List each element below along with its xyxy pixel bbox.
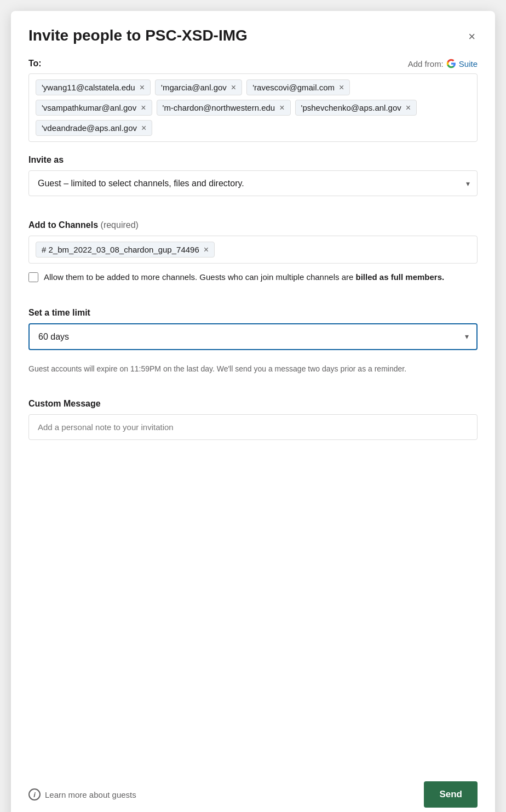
recipient-remove-button[interactable]: × bbox=[231, 83, 236, 92]
invite-as-dropdown-wrapper: Guest – limited to select channels, file… bbox=[28, 170, 478, 196]
allow-more-channels-checkbox[interactable] bbox=[28, 272, 38, 282]
allow-more-channels-text: Allow them to be added to more channels.… bbox=[44, 271, 444, 284]
channel-box[interactable]: # 2_bm_2022_03_08_chardon_gup_74496 × bbox=[28, 236, 478, 264]
recipient-email: 'pshevchenko@aps.anl.gov bbox=[301, 103, 401, 112]
modal-title: Invite people to PSC-XSD-IMG bbox=[28, 26, 248, 45]
add-from-section: Add from: Suite bbox=[408, 58, 478, 69]
time-limit-label: Set a time limit bbox=[28, 308, 478, 318]
invite-as-section: Invite as Guest – limited to select chan… bbox=[28, 155, 478, 209]
channel-chip: # 2_bm_2022_03_08_chardon_gup_74496 × bbox=[36, 242, 215, 258]
expire-note: Guest accounts will expire on 11:59PM on… bbox=[28, 363, 478, 375]
recipient-email: 'm-chardon@northwestern.edu bbox=[163, 103, 275, 112]
time-limit-dropdown-wrapper: No time limit1 day7 days14 days30 days60… bbox=[28, 323, 478, 350]
time-limit-section: Set a time limit No time limit1 day7 day… bbox=[28, 308, 478, 388]
recipient-email: 'ravescovi@gmail.com bbox=[252, 83, 335, 92]
recipient-chip: 'ywang11@calstatela.edu× bbox=[36, 79, 151, 95]
custom-message-label: Custom Message bbox=[28, 399, 478, 409]
send-button[interactable]: Send bbox=[424, 781, 478, 808]
recipient-chip: 'pshevchenko@aps.anl.gov× bbox=[295, 100, 417, 116]
allow-more-channels-row: Allow them to be added to more channels.… bbox=[28, 271, 478, 284]
required-label: (required) bbox=[101, 220, 139, 230]
invite-modal: Invite people to PSC-XSD-IMG × To: Add f… bbox=[11, 11, 495, 812]
recipients-list: 'ywang11@calstatela.edu×'mgarcia@anl.gov… bbox=[36, 79, 470, 136]
to-label: To: bbox=[28, 59, 42, 68]
recipient-remove-button[interactable]: × bbox=[279, 104, 284, 112]
to-row: To: Add from: Suite bbox=[28, 58, 478, 69]
modal-header: Invite people to PSC-XSD-IMG × bbox=[28, 26, 478, 45]
channel-remove-button[interactable]: × bbox=[204, 245, 209, 254]
invite-as-label: Invite as bbox=[28, 155, 478, 165]
recipient-email: 'vsampathkumar@anl.gov bbox=[42, 103, 136, 112]
add-from-link[interactable]: Suite bbox=[459, 59, 478, 68]
custom-message-section: Custom Message bbox=[28, 399, 478, 458]
close-button[interactable]: × bbox=[466, 28, 478, 45]
recipient-chip: 'ravescovi@gmail.com× bbox=[246, 79, 350, 95]
recipient-remove-button[interactable]: × bbox=[140, 83, 145, 92]
modal-footer: i Learn more about guests Send bbox=[28, 773, 478, 808]
recipient-chip: 'mgarcia@anl.gov× bbox=[155, 79, 242, 95]
learn-more-text: Learn more about guests bbox=[45, 790, 136, 799]
time-limit-select[interactable]: No time limit1 day7 days14 days30 days60… bbox=[30, 324, 476, 349]
recipient-email: 'vdeandrade@aps.anl.gov bbox=[42, 123, 137, 133]
add-from-prefix: Add from: bbox=[408, 59, 444, 68]
recipient-email: 'mgarcia@anl.gov bbox=[161, 83, 227, 92]
google-g-icon bbox=[446, 58, 457, 69]
channel-name: # 2_bm_2022_03_08_chardon_gup_74496 bbox=[42, 245, 199, 254]
recipient-chip: 'vdeandrade@aps.anl.gov× bbox=[36, 120, 152, 136]
recipient-remove-button[interactable]: × bbox=[339, 83, 344, 92]
recipient-chip: 'vsampathkumar@anl.gov× bbox=[36, 100, 152, 116]
recipients-box[interactable]: 'ywang11@calstatela.edu×'mgarcia@anl.gov… bbox=[28, 73, 478, 142]
learn-more-link[interactable]: i Learn more about guests bbox=[28, 788, 136, 800]
add-to-channels-label: Add to Channels (required) bbox=[28, 220, 478, 230]
recipient-remove-button[interactable]: × bbox=[406, 104, 411, 112]
custom-message-input[interactable] bbox=[28, 414, 478, 440]
recipient-email: 'ywang11@calstatela.edu bbox=[42, 83, 135, 92]
recipient-remove-button[interactable]: × bbox=[141, 104, 146, 112]
recipient-remove-button[interactable]: × bbox=[141, 124, 146, 133]
recipient-chip: 'm-chardon@northwestern.edu× bbox=[157, 100, 291, 116]
invite-as-select[interactable]: Guest – limited to select channels, file… bbox=[28, 170, 478, 196]
info-icon: i bbox=[28, 788, 41, 800]
add-to-channels-section: Add to Channels (required) # 2_bm_2022_0… bbox=[28, 220, 478, 297]
